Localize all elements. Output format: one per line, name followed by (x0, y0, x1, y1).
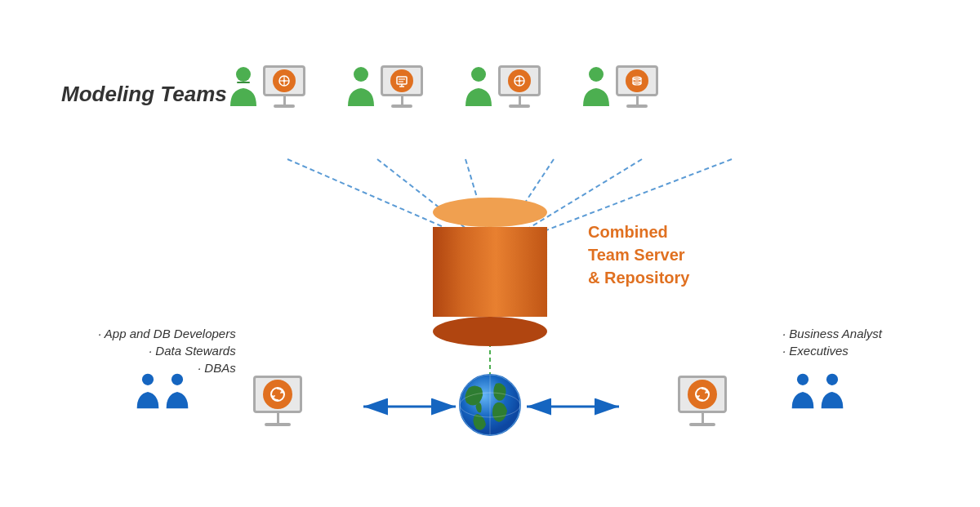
blue-person-1 (135, 371, 161, 411)
svg-point-42 (142, 374, 154, 385)
monitor-icon-board-2 (390, 69, 413, 92)
monitor-icon-compass-1 (273, 69, 296, 92)
monitor-icon-cycle-right (688, 380, 717, 409)
monitor-3 (498, 65, 541, 108)
svg-rect-20 (397, 77, 407, 84)
monitor-icon-db-4 (626, 69, 648, 92)
svg-point-45 (826, 374, 838, 385)
right-bullets-container: · Business Analyst · Executives (782, 327, 882, 358)
left-bullets-container: · App and DB Developers · Data Stewards … (98, 327, 236, 375)
globe-container (457, 371, 523, 442)
svg-point-18 (283, 80, 286, 82)
workstation-pair-4 (581, 65, 658, 108)
bullet-app-db: · App and DB Developers (98, 327, 236, 340)
modeling-teams-label: Modeling Teams (61, 82, 227, 107)
bullet-business-analyst: · Business Analyst (782, 327, 882, 340)
green-person-2 (346, 65, 376, 108)
cylinder-top-ellipse (429, 196, 551, 229)
svg-rect-14 (237, 82, 250, 83)
top-workstations-row (229, 65, 658, 108)
svg-point-25 (471, 67, 486, 82)
monitor-4 (616, 65, 658, 108)
cylinder-body (429, 227, 551, 317)
svg-point-44 (797, 374, 808, 385)
bullet-executives: · Executives (782, 344, 849, 358)
monitor-1 (263, 65, 305, 108)
svg-point-43 (172, 374, 183, 385)
bullet-data-stewards: · Data Stewards (149, 344, 236, 358)
workstation-pair-3 (464, 65, 541, 108)
blue-person-4 (819, 371, 845, 411)
cylinder-bottom-ellipse (429, 315, 551, 348)
combined-label-line3: & Repository (588, 266, 689, 289)
globe-icon (457, 371, 523, 438)
monitor-icon-cycle-left (263, 380, 292, 409)
green-person-1 (229, 65, 258, 108)
diagram-container: Modeling Teams (0, 0, 980, 507)
monitor-icon-compass-3 (508, 69, 531, 92)
svg-point-29 (519, 80, 521, 82)
bullet-dbas: · DBAs (198, 361, 236, 375)
green-person-3 (464, 65, 493, 108)
combined-label-line1: Combined (588, 220, 689, 243)
database-cylinder (429, 196, 551, 348)
bottom-persons-left (135, 371, 190, 411)
bottom-monitor-left (253, 376, 302, 426)
combined-team-server-label: Combined Team Server & Repository (588, 220, 689, 289)
bottom-monitor-right (678, 376, 727, 426)
svg-point-19 (354, 67, 368, 82)
monitor-2 (381, 65, 423, 108)
blue-person-2 (164, 371, 190, 411)
svg-point-34 (433, 198, 547, 227)
svg-point-13 (236, 67, 251, 82)
svg-point-30 (589, 67, 604, 82)
green-person-4 (581, 65, 611, 108)
combined-label-line2: Team Server (588, 243, 689, 266)
blue-person-3 (790, 371, 816, 411)
workstation-pair-1 (229, 65, 305, 108)
svg-rect-35 (433, 227, 547, 317)
svg-point-36 (433, 317, 547, 346)
workstation-pair-2 (346, 65, 423, 108)
bottom-persons-right (790, 371, 845, 411)
